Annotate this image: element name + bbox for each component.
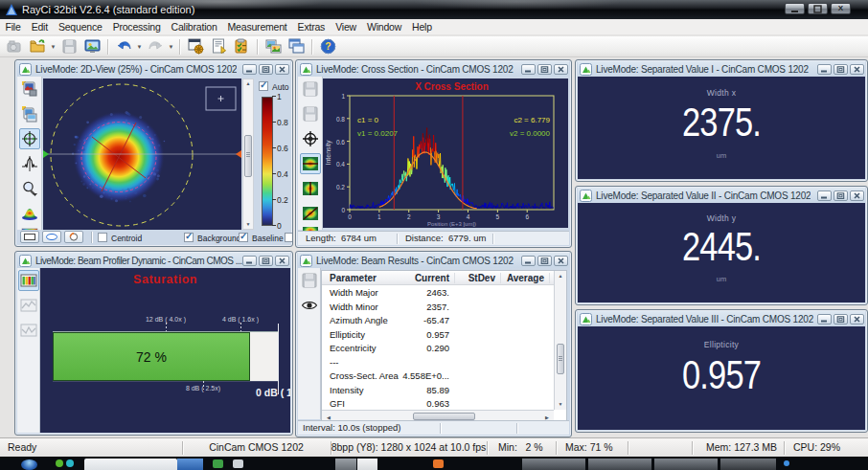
3d-view-tool[interactable]	[19, 203, 40, 224]
window-titlebar[interactable]: LiveMode: 2D-View (25%) - CinCam CMOS 12…	[17, 61, 290, 77]
device-settings-button[interactable]	[184, 37, 207, 56]
x-cross-section-button[interactable]	[300, 153, 321, 174]
menu-item-processing[interactable]: Processing	[107, 19, 166, 35]
2d-view-scrollbar[interactable]: ▲ ▼	[242, 78, 254, 230]
window-close-button[interactable]	[275, 64, 289, 75]
window-close-button[interactable]	[275, 256, 289, 266]
scrollbar-thumb[interactable]	[244, 135, 252, 177]
taskbar-window-button[interactable]	[522, 459, 585, 470]
menu-item-file[interactable]: File	[0, 19, 26, 35]
results-row[interactable]: Width Minor2357.	[322, 300, 554, 314]
cross-section-tool[interactable]	[19, 153, 40, 174]
start-orb[interactable]	[21, 459, 37, 470]
scroll-down-arrow[interactable]: ▼	[243, 220, 253, 229]
camera-acquisition-button[interactable]	[3, 37, 26, 56]
taskbar-icon[interactable]	[433, 459, 444, 468]
dynamic-view-button-2[interactable]	[18, 320, 39, 341]
taskbar-window-button[interactable]	[588, 459, 651, 470]
window-minimize-button[interactable]	[521, 256, 536, 266]
display-view-button[interactable]	[80, 37, 103, 56]
beam-position-tool[interactable]	[19, 128, 40, 149]
taskbar-button[interactable]	[357, 459, 377, 470]
results-vscrollbar[interactable]: ▲ ▼	[554, 271, 566, 410]
saturation-view-button[interactable]	[18, 270, 39, 291]
column-header-average[interactable]: Average	[322, 271, 544, 285]
save-file-button[interactable]	[57, 37, 80, 56]
undo-dropdown[interactable]: ▼	[135, 37, 144, 56]
window-titlebar[interactable]: LiveMode: Beam Profiler Dynamic - CinCam…	[17, 253, 290, 268]
taskbar-icon[interactable]	[56, 459, 63, 467]
save-data-button[interactable]	[300, 78, 321, 100]
menu-item-measurement[interactable]: Measurement	[222, 19, 292, 35]
export-image-button[interactable]	[19, 78, 40, 100]
baseline-checkbox[interactable]: Baseline	[239, 232, 284, 243]
taskbar-button[interactable]	[335, 459, 356, 470]
taskbar-window-button[interactable]	[720, 459, 776, 470]
window-minimize-button[interactable]	[242, 256, 257, 266]
window-minimize-button[interactable]	[242, 64, 257, 75]
app-maximize-button[interactable]	[808, 3, 828, 14]
window-maximize-button[interactable]	[537, 256, 552, 266]
results-row[interactable]: GFI0.963	[322, 396, 554, 410]
redo-dropdown[interactable]: ▼	[167, 37, 175, 56]
save-image-button[interactable]	[300, 103, 321, 124]
ellipse-roi-button[interactable]	[42, 231, 61, 243]
window-maximize-button[interactable]	[259, 256, 273, 266]
menu-item-extras[interactable]: Extras	[292, 19, 331, 35]
menu-item-view[interactable]: View	[331, 19, 362, 35]
window-titlebar[interactable]: LiveMode: Separated Value I - CinCam CMO…	[578, 61, 865, 77]
image-gallery-button[interactable]	[262, 37, 285, 56]
circle-roi-button[interactable]	[64, 231, 83, 243]
window-close-button[interactable]	[850, 314, 864, 325]
window-close-button[interactable]	[850, 64, 864, 75]
scroll-up-arrow[interactable]: ▲	[556, 272, 565, 280]
copy-image-button[interactable]	[19, 103, 40, 124]
rectangle-roi-button[interactable]	[20, 231, 39, 243]
beam-2d-canvas[interactable]	[43, 78, 241, 230]
window-maximize-button[interactable]	[834, 64, 848, 75]
window-minimize-button[interactable]	[817, 190, 832, 201]
taskbar-notification-icon[interactable]	[784, 460, 789, 466]
menu-item-calibration[interactable]: Calibration	[166, 19, 222, 35]
app-close-button[interactable]: X	[831, 3, 851, 14]
cross-section-plot[interactable]: X Cross Section00.20.40.60.810123456Inte…	[323, 78, 568, 228]
app-titlebar[interactable]: RayCi 32bit V2.6.4 (standard edition) X	[0, 0, 868, 19]
taskbar-icon[interactable]	[233, 459, 243, 468]
results-row[interactable]: Cross-Sect. Area4.558E+0...	[322, 369, 554, 383]
window-minimize-button[interactable]	[521, 64, 536, 75]
dynamic-view-button-1[interactable]	[18, 295, 39, 316]
auto-scale-checkbox[interactable]: Auto	[259, 80, 289, 92]
scrollbar-thumb[interactable]	[413, 413, 475, 420]
report-button[interactable]	[207, 37, 230, 56]
window-titlebar[interactable]: LiveMode: Separated Value II - CinCam CM…	[578, 188, 865, 203]
results-row[interactable]: ---	[322, 355, 554, 369]
zoom-tool[interactable]	[19, 178, 40, 199]
results-row[interactable]: Eccentricity0.290	[322, 341, 554, 355]
background-checkbox[interactable]: Background	[184, 232, 240, 243]
help-button[interactable]: ?	[316, 37, 339, 56]
window-maximize-button[interactable]	[834, 190, 848, 201]
arrange-windows-button[interactable]	[285, 37, 308, 56]
window-titlebar[interactable]: LiveMode: Separated Value III - CinCam C…	[578, 311, 865, 326]
open-file-dropdown[interactable]: ▼	[49, 37, 57, 56]
window-close-button[interactable]	[554, 256, 568, 266]
taskbar-icon[interactable]	[66, 459, 74, 467]
cursor-target-button[interactable]	[300, 128, 321, 149]
app-minimize-button[interactable]	[785, 3, 805, 14]
redo-button[interactable]	[144, 37, 167, 56]
taskbar-button-active[interactable]	[177, 459, 203, 470]
results-row[interactable]: Ellipticity0.957	[322, 327, 554, 342]
centroid-checkbox[interactable]: Centroid	[98, 232, 142, 243]
window-maximize-button[interactable]	[537, 64, 552, 75]
measurement-settings-button[interactable]	[230, 37, 253, 56]
window-maximize-button[interactable]	[834, 314, 848, 325]
save-results-button[interactable]	[299, 270, 320, 291]
scroll-up-arrow[interactable]: ▲	[243, 79, 253, 88]
extra-checkbox[interactable]	[285, 232, 293, 243]
menu-item-help[interactable]: Help	[407, 19, 438, 35]
window-close-button[interactable]	[554, 64, 568, 75]
taskbar-search-box[interactable]	[84, 459, 177, 470]
window-maximize-button[interactable]	[259, 64, 273, 75]
taskbar-window-button[interactable]	[654, 459, 718, 470]
menu-item-edit[interactable]: Edit	[26, 19, 53, 35]
